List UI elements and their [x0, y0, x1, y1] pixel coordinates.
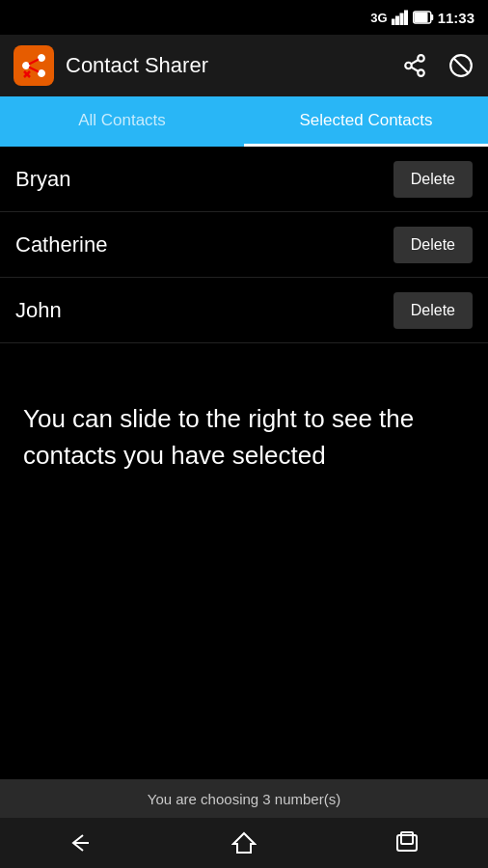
svg-rect-2	[400, 14, 403, 25]
info-section: You can slide to the right to see the co…	[0, 343, 488, 502]
recent-button[interactable]	[388, 824, 426, 862]
tab-bar: All Contacts Selected Contacts	[0, 96, 488, 147]
bottom-status-text: You are choosing 3 number(s)	[148, 791, 340, 807]
svg-line-18	[411, 60, 418, 64]
back-icon	[68, 831, 95, 854]
svg-line-11	[29, 68, 39, 72]
delete-button-bryan[interactable]: Delete	[393, 161, 473, 198]
app-logo-icon	[20, 52, 47, 79]
svg-point-9	[39, 70, 45, 77]
app-bar: Contact Sharer	[0, 35, 488, 96]
delete-button-john[interactable]: Delete	[393, 292, 473, 329]
svg-point-15	[405, 63, 412, 69]
contact-list: Bryan Delete Catherine Delete John Delet…	[0, 147, 488, 343]
svg-rect-24	[401, 832, 413, 844]
bottom-status-bar: You are choosing 3 number(s)	[0, 779, 488, 818]
info-text: You can slide to the right to see the co…	[23, 401, 465, 474]
contact-row[interactable]: John Delete	[0, 278, 488, 343]
status-icons: 3G 11:33	[370, 10, 474, 26]
toolbar-icons	[401, 52, 474, 79]
battery-icon	[413, 11, 434, 24]
tab-selected-contacts[interactable]: Selected Contacts	[244, 96, 488, 147]
home-icon	[231, 830, 257, 855]
svg-point-16	[418, 69, 424, 76]
app-title: Contact Sharer	[66, 53, 390, 78]
contact-row[interactable]: Bryan Delete	[0, 147, 488, 212]
share-button[interactable]	[401, 52, 428, 79]
contact-row[interactable]: Catherine Delete	[0, 212, 488, 278]
home-button[interactable]	[225, 824, 263, 862]
block-button[interactable]	[447, 52, 474, 79]
svg-rect-6	[430, 14, 433, 20]
nav-bar	[0, 818, 488, 868]
svg-marker-22	[233, 833, 255, 853]
signal-icon	[392, 10, 409, 25]
status-bar: 3G 11:33	[0, 0, 488, 35]
delete-button-catherine[interactable]: Delete	[393, 227, 473, 263]
svg-point-14	[418, 55, 424, 62]
svg-line-10	[29, 60, 39, 65]
svg-line-20	[453, 58, 468, 72]
svg-point-7	[23, 63, 30, 69]
app-icon	[14, 45, 54, 86]
time-display: 11:33	[438, 10, 474, 26]
back-button[interactable]	[62, 824, 100, 862]
contact-name-bryan: Bryan	[15, 167, 393, 192]
svg-point-8	[39, 55, 45, 62]
svg-line-17	[411, 68, 418, 71]
svg-rect-5	[414, 13, 427, 23]
recent-icon	[394, 830, 420, 855]
tab-all-contacts[interactable]: All Contacts	[0, 96, 244, 147]
svg-rect-1	[395, 16, 398, 25]
svg-rect-3	[404, 11, 407, 25]
block-icon	[448, 53, 474, 78]
svg-rect-0	[392, 19, 394, 25]
contact-name-catherine: Catherine	[15, 232, 393, 258]
share-icon	[402, 53, 427, 78]
contact-name-john: John	[15, 298, 393, 323]
network-indicator: 3G	[370, 11, 387, 25]
